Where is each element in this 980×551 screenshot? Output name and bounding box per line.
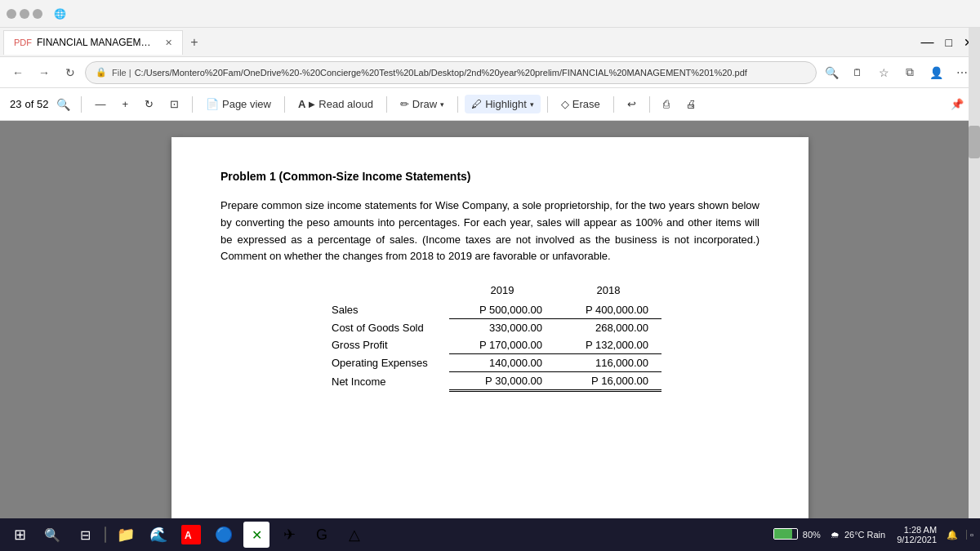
row-value-2018: 116,000.00 (555, 354, 662, 372)
search-in-pdf-btn[interactable]: 🔍 (51, 93, 74, 116)
row-value-2019: 330,000.00 (449, 319, 555, 337)
rotate-btn[interactable]: ↻ (138, 95, 160, 113)
minimize-btn[interactable] (7, 9, 16, 19)
fit-btn[interactable]: ⊡ (163, 95, 185, 113)
table-row: Cost of Goods Sold330,000.00268,000.00 (318, 319, 662, 337)
zoom-in-btn[interactable]: + (115, 95, 135, 113)
row-label: Sales (318, 301, 449, 319)
address-bar[interactable]: 🔒 File | C:/Users/Montero%20Fam/OneDrive… (85, 61, 817, 84)
erase-icon: ◇ (561, 98, 569, 110)
active-tab[interactable]: PDF FINANCIAL MANAGEMENT 1.p... ✕ (3, 30, 183, 55)
separator-8 (649, 96, 650, 113)
row-label: Cost of Goods Sold (318, 319, 449, 337)
file-manager-icon[interactable]: 📁 (113, 522, 139, 548)
page-current: 23 (10, 98, 21, 110)
show-desktop-btn[interactable]: ▫ (966, 530, 973, 540)
browser-icon: 🌐 (54, 8, 66, 20)
pdf-toolbar: 23 of 52 🔍 — + ↻ ⊡ 📄 Page view A ▶ Read … (0, 88, 980, 121)
add-notes-btn[interactable]: 🗒 (846, 61, 869, 84)
restore-icon[interactable]: □ (942, 33, 956, 52)
draw-icon: ✏ (400, 98, 409, 110)
pdf-page: Problem 1 (Common-Size Income Statements… (172, 137, 808, 518)
adobe-icon[interactable]: A (178, 522, 204, 548)
read-aloud-icon: A (298, 98, 305, 110)
new-tab-btn[interactable]: + (183, 31, 206, 54)
print-btn[interactable]: 🖨 (679, 95, 703, 113)
row-value-2018: 268,000.00 (555, 319, 662, 337)
row-value-2019: 140,000.00 (449, 354, 555, 372)
problem-body: Prepare common size income statements fo… (220, 198, 760, 265)
page-total: of 52 (24, 98, 48, 110)
telegram-icon[interactable]: ✈ (276, 522, 302, 548)
pdf-icon: PDF (14, 38, 32, 47)
scroll-track[interactable] (969, 28, 980, 518)
maximize-btn[interactable] (20, 9, 29, 19)
lock-icon: 🔒 (96, 67, 107, 78)
row-label: Gross Profit (318, 336, 449, 354)
file-label: File | (112, 68, 131, 78)
close-btn[interactable] (33, 9, 42, 19)
table-row: SalesP 500,000.00P 400,000.00 (318, 301, 662, 319)
separator-2 (192, 96, 193, 113)
scroll-thumb[interactable] (969, 126, 980, 158)
page-view-btn[interactable]: 📄 Page view (199, 95, 278, 113)
start-btn[interactable]: ⊞ (7, 522, 33, 548)
taskbar-left: ⊞ 🔍 ⊟ 📁 🌊 A 🔵 ✕ ✈ G △ (7, 522, 368, 548)
tab-title: FINANCIAL MANAGEMENT 1.p... (37, 37, 157, 48)
forward-btn[interactable]: → (33, 61, 56, 84)
notification-icon[interactable]: 🔔 (947, 530, 958, 540)
year-2018-header: 2018 (555, 282, 662, 301)
separator-3 (284, 96, 285, 113)
tab-close-icon[interactable]: ✕ (165, 38, 172, 48)
pdf-area: Problem 1 (Common-Size Income Statements… (0, 121, 980, 518)
zoom-out-btn[interactable]: — (88, 95, 112, 113)
taskbar-separator (105, 527, 106, 543)
favorites-btn[interactable]: ☆ (872, 61, 895, 84)
battery-pct: 80% (803, 530, 821, 540)
row-label: Net Income (318, 372, 449, 391)
google-icon[interactable]: G (309, 522, 335, 548)
excel-icon[interactable]: ✕ (243, 522, 270, 548)
search-taskbar-btn[interactable]: 🔍 (39, 522, 65, 548)
profile-btn[interactable]: 👤 (924, 61, 947, 84)
table-row: Operating Expenses140,000.00116,000.00 (318, 354, 662, 372)
weather-icon: 🌧 (831, 530, 840, 540)
drive-icon[interactable]: △ (341, 522, 368, 548)
taskbar-right: 80% 🌧 26°C Rain 1:28 AM 9/12/2021 🔔 ▫ (773, 525, 973, 544)
row-value-2018: P 16,000.00 (555, 372, 662, 391)
read-aloud-btn[interactable]: A ▶ Read aloud (292, 95, 380, 113)
nav-bar: ← → ↻ 🔒 File | C:/Users/Montero%20Fam/On… (0, 57, 980, 88)
weather-text: 26°C Rain (844, 530, 885, 540)
battery-fill (774, 529, 792, 539)
draw-btn[interactable]: ✏ Draw ▾ (394, 95, 451, 113)
undo-btn[interactable]: ↩ (621, 95, 643, 113)
back-btn[interactable]: ← (7, 61, 29, 84)
minimize-icon[interactable]: — (918, 32, 938, 53)
share-btn[interactable]: ⎙ (657, 95, 676, 113)
address-text: C:/Users/Montero%20Fam/OneDrive%20-%20Co… (135, 68, 747, 78)
search-btn[interactable]: 🔍 (820, 61, 843, 84)
chrome-icon[interactable]: 🔵 (211, 522, 237, 548)
date: 9/12/2021 (897, 535, 937, 544)
highlight-chevron-icon: ▾ (530, 100, 534, 109)
time: 1:28 AM (897, 525, 937, 535)
taskbar: ⊞ 🔍 ⊟ 📁 🌊 A 🔵 ✕ ✈ G △ 80% 🌧 26°C Rain 1:… (0, 518, 980, 551)
separator-4 (386, 96, 387, 113)
separator-5 (457, 96, 458, 113)
clock: 1:28 AM 9/12/2021 (897, 525, 937, 544)
erase-btn[interactable]: ◇ Erase (555, 95, 607, 113)
split-btn[interactable]: ⧉ (898, 61, 921, 84)
row-value-2019: P 500,000.00 (449, 301, 555, 319)
table-row: Net IncomeP 30,000.00P 16,000.00 (318, 372, 662, 391)
battery-bar (773, 528, 798, 540)
svg-text:A: A (185, 530, 192, 541)
title-bar: 🌐 (0, 0, 980, 28)
edge-icon[interactable]: 🌊 (145, 522, 172, 548)
separator-1 (81, 96, 82, 113)
refresh-btn[interactable]: ↻ (59, 61, 82, 84)
battery-indicator (773, 528, 798, 541)
pin-btn[interactable]: 📌 (944, 95, 970, 113)
separator-7 (613, 96, 614, 113)
highlight-btn[interactable]: 🖊 Highlight ▾ (465, 95, 541, 113)
task-view-btn[interactable]: ⊟ (72, 522, 98, 548)
